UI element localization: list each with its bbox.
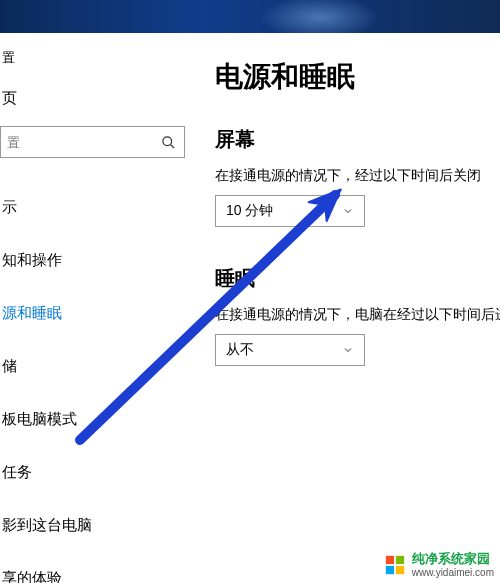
home-label: 页 bbox=[2, 89, 17, 106]
sidebar-item-notifications[interactable]: 知和操作 bbox=[0, 241, 195, 280]
search-input[interactable] bbox=[7, 135, 157, 150]
sidebar-item-label: 源和睡眠 bbox=[2, 304, 62, 321]
settings-search[interactable] bbox=[0, 126, 185, 158]
svg-rect-5 bbox=[386, 566, 394, 574]
sidebar-item-label: 板电脑模式 bbox=[2, 410, 77, 427]
screen-desc: 在接通电源的情况下，经过以下时间后关闭 bbox=[215, 167, 500, 185]
settings-label: 置 bbox=[0, 49, 195, 67]
watermark-logo-icon bbox=[384, 554, 406, 576]
sidebar: 置 页 示 知和操作 源和睡眠 储 板电脑模式 任务 影到这台电脑 享的体验 程… bbox=[0, 33, 195, 583]
svg-rect-4 bbox=[396, 556, 404, 564]
sidebar-item-label: 任务 bbox=[2, 463, 32, 480]
screen-timeout-value: 10 分钟 bbox=[226, 202, 273, 220]
content-area: 置 页 示 知和操作 源和睡眠 储 板电脑模式 任务 影到这台电脑 享的体验 程… bbox=[0, 33, 500, 583]
search-wrap bbox=[0, 126, 185, 158]
window-titlebar bbox=[0, 0, 500, 33]
main-panel: 电源和睡眠 屏幕 在接通电源的情况下，经过以下时间后关闭 10 分钟 睡眠 在接… bbox=[195, 33, 500, 583]
svg-rect-3 bbox=[386, 556, 394, 564]
sidebar-item-label: 储 bbox=[2, 357, 17, 374]
sidebar-item-label: 享的体验 bbox=[2, 569, 62, 583]
sleep-timeout-select[interactable]: 从不 bbox=[215, 334, 365, 366]
sidebar-item-power-sleep[interactable]: 源和睡眠 bbox=[0, 294, 195, 333]
watermark-url: www.yidaimei.com bbox=[412, 567, 494, 579]
sleep-desc: 在接通电源的情况下，电脑在经过以下时间后进入睡眠 bbox=[215, 306, 500, 324]
home-link[interactable]: 页 bbox=[0, 89, 195, 108]
sleep-timeout-value: 从不 bbox=[226, 341, 254, 359]
watermark-title: 纯净系统家园 bbox=[412, 552, 494, 567]
sidebar-item-display[interactable]: 示 bbox=[0, 188, 195, 227]
watermark: 纯净系统家园 www.yidaimei.com bbox=[384, 552, 494, 578]
screen-heading: 屏幕 bbox=[215, 126, 500, 153]
screen-timeout-select[interactable]: 10 分钟 bbox=[215, 195, 365, 227]
sidebar-item-storage[interactable]: 储 bbox=[0, 347, 195, 386]
search-icon bbox=[161, 135, 176, 150]
chevron-down-icon bbox=[342, 205, 354, 217]
sidebar-item-label: 影到这台电脑 bbox=[2, 516, 92, 533]
sidebar-item-tablet-mode[interactable]: 板电脑模式 bbox=[0, 400, 195, 439]
page-title: 电源和睡眠 bbox=[215, 58, 500, 96]
sidebar-item-shared-exp[interactable]: 享的体验 bbox=[0, 559, 195, 583]
svg-point-0 bbox=[163, 136, 172, 145]
sidebar-item-label: 示 bbox=[2, 198, 17, 215]
sidebar-item-multitask[interactable]: 任务 bbox=[0, 453, 195, 492]
svg-rect-6 bbox=[396, 566, 404, 574]
sidebar-item-label: 知和操作 bbox=[2, 251, 62, 268]
svg-line-1 bbox=[171, 144, 174, 147]
sidebar-item-projecting[interactable]: 影到这台电脑 bbox=[0, 506, 195, 545]
sleep-heading: 睡眠 bbox=[215, 265, 500, 292]
chevron-down-icon bbox=[342, 344, 354, 356]
